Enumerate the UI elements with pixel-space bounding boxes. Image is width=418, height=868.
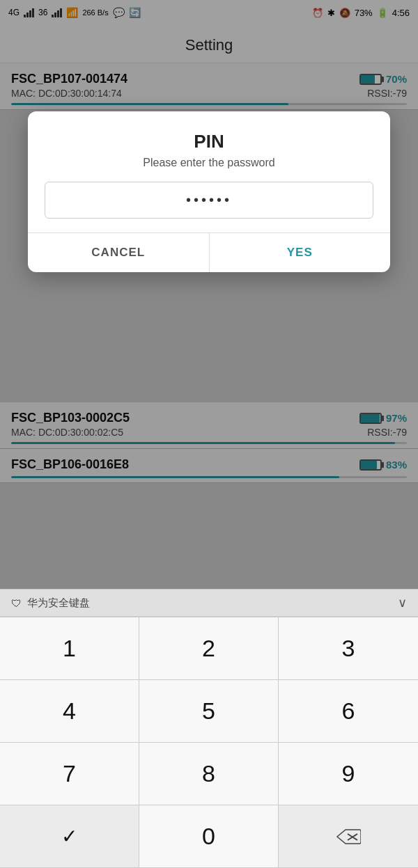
key-4[interactable]: 4 [0, 680, 139, 743]
key-3[interactable]: 3 [279, 617, 418, 680]
key-backspace[interactable] [279, 805, 418, 868]
pin-dialog: PIN Please enter the password CANCEL YES [28, 111, 390, 272]
key-confirm[interactable]: ✓ [0, 805, 139, 868]
key-7[interactable]: 7 [0, 743, 139, 805]
cancel-button[interactable]: CANCEL [28, 233, 210, 272]
pin-input[interactable] [45, 182, 373, 219]
keyboard-collapse-icon[interactable]: ∨ [398, 595, 407, 610]
key-0[interactable]: 0 [139, 805, 279, 868]
dialog-title: PIN [45, 131, 373, 152]
keyboard-header-left: 🛡 华为安全键盘 [11, 597, 90, 610]
key-5[interactable]: 5 [139, 680, 279, 743]
key-1[interactable]: 1 [0, 617, 139, 680]
yes-button[interactable]: YES [210, 233, 391, 272]
key-6[interactable]: 6 [279, 680, 418, 743]
dialog-buttons: CANCEL YES [28, 232, 390, 272]
keyboard-grid: 1 2 3 4 5 6 7 8 9 ✓ 0 [0, 617, 418, 868]
key-8[interactable]: 8 [139, 743, 279, 805]
keyboard-area: 🛡 华为安全键盘 ∨ 1 2 3 4 5 6 7 8 9 ✓ 0 [0, 589, 418, 868]
keyboard-header: 🛡 华为安全键盘 ∨ [0, 589, 418, 617]
keyboard-label: 华为安全键盘 [27, 597, 90, 610]
shield-icon: 🛡 [11, 597, 22, 609]
dialog-subtitle: Please enter the password [45, 157, 373, 169]
key-2[interactable]: 2 [139, 617, 279, 680]
key-9[interactable]: 9 [279, 743, 418, 805]
